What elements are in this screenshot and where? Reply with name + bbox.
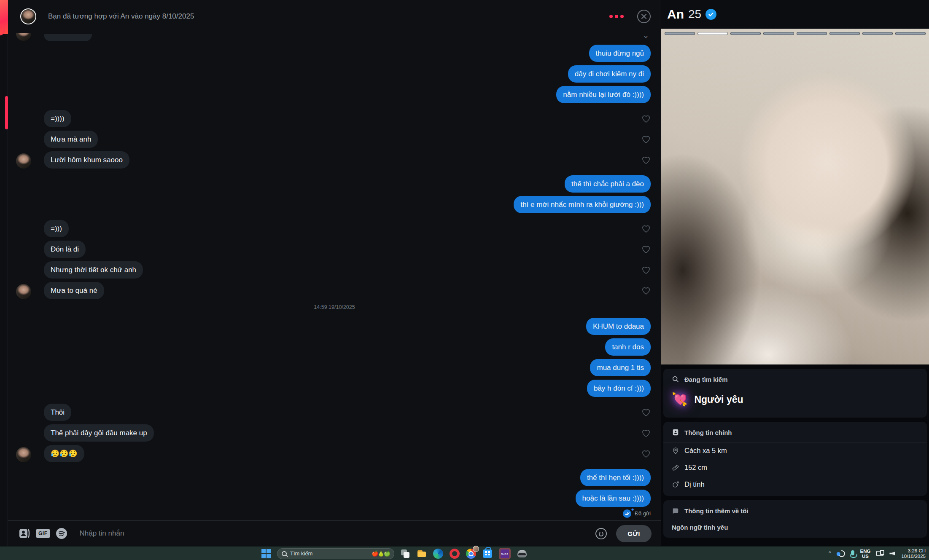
message-bubble[interactable]: 😥😥😥	[44, 445, 84, 462]
message-bubble[interactable]: thế thì chắc phải a đèo	[565, 175, 651, 193]
profile-panel: An 25 Đang tìm kiếm 💘 Người yêu Thông ti…	[661, 0, 929, 546]
message-bubble[interactable]: Thế phải dậy gội đầu make up	[44, 424, 154, 442]
message-bubble[interactable]: Nhưng thời tiết ok chứ anh	[44, 261, 143, 279]
main-info-card: Thông tin chính Cách xa 5 km152 cmDị tín…	[663, 422, 927, 496]
like-message-heart-icon[interactable]	[641, 266, 651, 274]
profile-info-row: Cách xa 5 km	[672, 442, 918, 459]
taskbar-clock[interactable]: 3:26 CH 10/10/2025	[901, 548, 926, 559]
message-bubble[interactable]: Lười hôm khum saooo	[44, 151, 129, 169]
chat-timestamp: 14:59 19/10/2025	[8, 299, 661, 314]
message-bubble[interactable]: thế thì hẹn tối :))))	[580, 469, 651, 486]
tray-chevron-up-icon[interactable]: ⌃	[828, 550, 832, 557]
like-message-heart-icon[interactable]	[641, 225, 651, 233]
like-message-heart-icon[interactable]	[641, 450, 651, 458]
love-language-row: Ngôn ngữ tình yêu	[672, 524, 918, 531]
match-avatar-small[interactable]	[16, 447, 31, 462]
message-bubble[interactable]: Thôi	[44, 404, 71, 421]
message-bubble[interactable]: =))))	[44, 110, 71, 127]
looking-for-value-row: 💘 Người yêu	[672, 392, 918, 407]
message-bubble[interactable]: thì e mới nhấc mình ra khỏi giường :)))	[514, 196, 651, 213]
opera-browser-icon[interactable]	[449, 548, 460, 559]
like-message-heart-icon[interactable]	[641, 135, 651, 144]
delivered-badge-icon: +	[623, 509, 631, 518]
match-banner-text: Bạn đã tương hợp với An vào ngày 8/10/20…	[48, 12, 194, 21]
message-bubble[interactable]: tanh r dos	[605, 338, 651, 356]
chrome-profile-avatar	[473, 546, 479, 552]
language-switcher[interactable]: ENG US	[860, 549, 871, 559]
match-avatar[interactable]	[20, 8, 36, 24]
photo-progress-segment[interactable]	[829, 32, 860, 35]
windows-start-button[interactable]	[261, 548, 272, 559]
taskbar-app-group: Tìm kiếm 🍎🍐🍏 NZXT	[261, 547, 528, 560]
message-bubble[interactable]: hoặc là lần sau :))))	[576, 490, 651, 507]
contact-card-icon[interactable]	[19, 528, 30, 539]
photo-progress-segment[interactable]	[665, 32, 695, 35]
match-avatar-small	[16, 33, 31, 41]
nzxt-cam-icon[interactable]: NZXT	[498, 548, 511, 559]
message-bubble[interactable]: Đón là đi	[44, 241, 86, 258]
ruler-icon	[672, 464, 679, 472]
update-sync-icon[interactable]	[837, 549, 846, 558]
like-message-heart-icon[interactable]	[641, 287, 651, 295]
looking-for-label-row: Đang tìm kiếm	[672, 375, 918, 383]
looking-for-card: Đang tìm kiếm 💘 Người yêu	[663, 369, 927, 418]
message-list[interactable]: ⌄ thuiu đừng ngủdậy đi chơi kiếm ny đinằ…	[8, 33, 661, 520]
main-info-title-row: Thông tin chính	[672, 429, 918, 436]
like-message-heart-icon[interactable]	[641, 156, 651, 164]
chat-panel: Bạn đã tương hợp với An vào ngày 8/10/20…	[8, 0, 661, 546]
message-bubble[interactable]: mua dung 1 tis	[590, 359, 651, 376]
chevron-down-icon[interactable]: ⌄	[643, 33, 649, 40]
sidebar-scroll-indicator[interactable]	[5, 96, 8, 129]
profile-name: An	[667, 7, 684, 21]
photo-progress-segment[interactable]	[862, 32, 893, 35]
photo-progress-bars[interactable]	[665, 32, 926, 35]
spotify-icon[interactable]	[56, 528, 67, 539]
chrome-browser-icon[interactable]	[466, 548, 477, 559]
taskbar-search[interactable]: Tìm kiếm 🍎🍐🍏	[277, 548, 394, 559]
photo-progress-segment[interactable]	[895, 32, 926, 35]
photo-progress-segment[interactable]	[730, 32, 761, 35]
search-icon	[672, 375, 679, 383]
match-avatar-small[interactable]	[16, 153, 31, 169]
gif-button[interactable]: GIF	[36, 529, 50, 538]
heart-arrow-emoji: 💘	[672, 392, 687, 407]
like-message-heart-icon[interactable]	[641, 429, 651, 437]
like-message-heart-icon[interactable]	[641, 245, 651, 254]
send-button[interactable]: GỬI	[616, 525, 652, 542]
photo-progress-segment[interactable]	[763, 32, 794, 35]
profile-photo[interactable]	[661, 29, 929, 364]
message-bubble[interactable]: Mưa to quá nè	[44, 282, 104, 299]
speaker-icon[interactable]	[889, 552, 895, 555]
photo-progress-segment[interactable]	[797, 32, 827, 35]
match-avatar-small[interactable]	[16, 284, 31, 299]
more-info-title-row: Thông tin thêm về tôi	[672, 507, 918, 514]
app-window: Bạn đã tương hợp với An vào ngày 8/10/20…	[0, 0, 929, 546]
received-message-row: 😥😥😥	[8, 445, 661, 462]
message-bubble[interactable]: nằm nhiều lại lười đó :))))	[556, 86, 651, 103]
edge-browser-icon[interactable]	[433, 548, 444, 559]
sent-message-row: KHUM to ddaua	[8, 318, 661, 335]
received-message-row: Lười hôm khum saooo	[8, 151, 661, 169]
message-input[interactable]	[80, 529, 590, 538]
file-explorer-icon[interactable]	[416, 548, 427, 559]
pubg-icon[interactable]	[517, 548, 528, 559]
message-bubble[interactable]: dậy đi chơi kiếm ny đi	[568, 65, 651, 83]
more-options-icon[interactable]	[609, 15, 624, 18]
emoji-picker-icon[interactable]	[595, 528, 607, 539]
microsoft-store-icon[interactable]	[482, 548, 493, 559]
search-placeholder: Tìm kiếm	[290, 550, 312, 557]
message-bubble[interactable]: thuiu đừng ngủ	[589, 45, 651, 62]
message-bubble[interactable]: =)))	[44, 220, 69, 237]
looking-for-value: Người yêu	[694, 394, 743, 405]
network-display-icon[interactable]	[876, 551, 883, 556]
message-bubble[interactable]: Mưa mà anh	[44, 131, 98, 148]
like-message-heart-icon[interactable]	[641, 408, 651, 417]
close-chat-icon[interactable]	[637, 10, 651, 23]
like-message-heart-icon[interactable]	[641, 115, 651, 123]
microphone-icon[interactable]	[851, 550, 854, 555]
task-view-button[interactable]	[400, 548, 411, 559]
message-bubble[interactable]: KHUM to ddaua	[586, 318, 651, 335]
photo-progress-segment[interactable]	[697, 32, 728, 35]
profile-info-row: Dị tính	[672, 476, 918, 489]
message-bubble[interactable]: bây h đón cf :)))	[587, 380, 651, 397]
